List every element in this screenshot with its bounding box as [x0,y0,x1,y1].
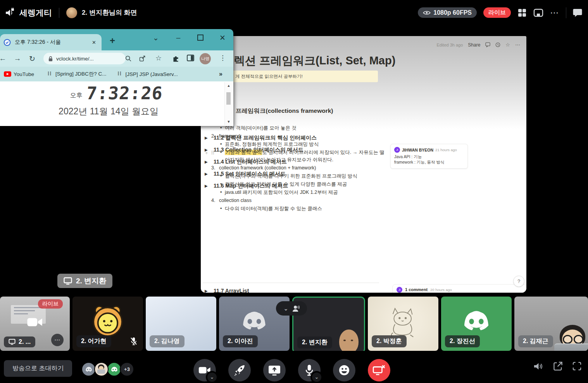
search-icon[interactable] [125,55,132,62]
window-minimize-icon[interactable]: – [173,32,184,43]
bookmark-spring-jdbc[interactable]: ⠸⠇[Spring] JDBC란? C... [46,71,106,78]
grid-layout-icon[interactable] [517,8,527,17]
new-tab-icon[interactable]: + [110,35,115,46]
tistory-favicon-icon: ⠸⠇ [46,72,53,76]
tile-more-icon[interactable]: ⋯ [51,334,64,346]
popout-icon[interactable] [553,361,563,371]
tile-participant[interactable]: 2. 장진선 [441,297,512,351]
favorite-star-icon[interactable]: ☆ [505,42,510,48]
forward-icon[interactable]: → [10,54,25,63]
tile-participant[interactable]: 2. 박정훈 [368,297,438,351]
discord-logo-avatar [461,309,491,332]
toggle-11-6[interactable]: ▶11.6 Map 인터페이스의 메서드 [205,181,383,190]
youtube-icon [4,71,11,77]
tile-name-label: 2. 변지환 [297,336,332,348]
bookmarks-overflow-icon[interactable]: » [219,71,222,78]
divider [566,7,566,18]
tile-name-label: 2. 박정훈 [372,335,407,347]
smiley-icon [338,364,350,376]
list-item: 4.collection class [211,197,388,204]
clock-meridiem: 오후 [70,91,83,102]
list-item: •여러 객체(데이터)를 모아 놓은 것 [211,124,388,132]
back-icon[interactable]: ← [0,54,10,63]
extensions-puzzle-icon[interactable] [172,55,179,62]
toggle-11-3[interactable]: ▶11.3 Collection 인터페이스의 메서드 [205,145,383,154]
toggle-11-7[interactable]: ▶11.7 ArrayList [205,286,249,293]
toggle-11-2[interactable]: ▶11.2 컬렉션 프레임워크의 핵심 인터페이스 [205,133,383,142]
browser-titlebar[interactable]: 오후 7:32:26 - 서울 ✕ + ⌄ – ✕ [0,29,233,50]
reactions-button[interactable] [333,359,355,381]
picture-in-picture-icon[interactable] [533,8,543,17]
collapse-members-pill[interactable]: ⌄ [276,301,307,316]
window-chevron-icon[interactable]: ⌄ [150,32,161,43]
viewer-avatar [107,362,121,376]
chrome-window: 오후 7:32:26 - 서울 ✕ + ⌄ – ✕ ← → ↻ vclock.k… [0,29,233,126]
history-icon[interactable] [495,42,500,47]
browser-tab[interactable]: 오후 7:32:26 - 서울 ✕ [0,34,102,50]
microphone-button[interactable]: ⌄ [298,359,321,381]
page-menu-icon[interactable]: ⋯ [515,42,520,48]
video-camera-icon [26,315,43,329]
lock-icon [48,56,53,62]
scroll-thumb[interactable] [226,92,231,105]
notion-cover-gradient [201,36,526,129]
tile-participant[interactable]: 2. 어가현 [72,297,143,351]
chevron-down-icon: ⌄ [283,305,288,312]
discord-logo-avatar [240,310,268,331]
tile-participant[interactable]: 2. 김나영 [146,297,216,351]
commenter-avatar: Ji [397,287,402,293]
tile-participant[interactable]: 2. 김재근 [514,297,588,351]
bookmark-jsp[interactable]: ⠸⠇[JSP] JSP (JavaServ... [116,71,178,77]
discord-stream-view: 세렝게티 2. 변지환님의 화면 1080p 60FPS 라이브 ⋯ Edite… [0,0,588,383]
scrollbar[interactable]: ▲ ▼ [224,82,233,125]
toggle-11-4[interactable]: ▶11.4 List 인터페이스의 메서드 [205,157,383,166]
scroll-up-icon[interactable]: ▲ [225,84,233,88]
streamer-avatar[interactable] [66,7,77,18]
toggle-11-5[interactable]: ▶11.5 Set 인터페이스의 메서드 [205,169,383,178]
camera-options-chevron-icon[interactable]: ⌄ [206,371,218,383]
screen-share-icon [268,365,281,376]
invite-to-broadcast-button[interactable]: 방송으로 초대하기 [4,360,72,377]
activities-button[interactable] [228,359,251,381]
profile-avatar[interactable]: 나영 [200,53,211,64]
tile-screen-share-preview[interactable]: 라이브 2. ... ⋯ [0,297,70,351]
screen-share-button[interactable] [263,359,286,381]
stream-title: 2. 변지환님의 화면 [82,8,137,17]
share-button[interactable]: Share [468,42,480,48]
more-options-icon[interactable]: ⋯ [550,11,559,15]
stream-quality-badge[interactable]: 1080p 60FPS [418,7,477,18]
share-icon[interactable] [139,55,146,62]
window-close-icon[interactable]: ✕ [217,32,228,43]
comment-text: framework : 기능, 동작 방식 [394,159,467,165]
reload-icon[interactable]: ↻ [25,54,40,63]
mic-options-chevron-icon[interactable]: ⌄ [310,371,323,383]
bookmark-youtube[interactable]: YouTube [4,71,34,77]
camera-button[interactable]: ⌄ [193,359,216,381]
eye-icon [423,10,431,16]
tab-close-icon[interactable]: ✕ [92,40,96,45]
help-button[interactable]: ? [513,276,524,287]
viewer-avatar-stack[interactable]: +3 [81,362,133,376]
channel-name: 세렝게티 [19,7,52,18]
address-bar[interactable]: vclock.kr/time/... [43,53,126,64]
window-maximize-icon[interactable] [195,32,206,43]
commenter-avatar: Ji [394,147,400,153]
stop-stream-icon [372,364,386,376]
browser-toolbar: ← → ↻ vclock.kr/time/... ☆ 나영 ⋮ [0,50,233,67]
stop-streaming-button[interactable] [368,359,390,381]
comment-time: 21 hours ago [435,148,457,152]
side-panel-icon[interactable] [187,55,194,61]
comments-icon[interactable] [485,42,490,47]
fullscreen-icon[interactable] [572,361,582,371]
section-heading: 프레임워크(collections framework) [236,107,333,115]
volume-icon[interactable] [533,362,544,371]
bookmark-star-icon[interactable]: ☆ [151,54,166,62]
live-badge: 라이브 [483,7,511,18]
browser-menu-icon[interactable]: ⋮ [219,54,226,62]
scroll-down-icon[interactable]: ▼ [225,120,233,124]
comment-card[interactable]: Ji JIHWAN BYEON 21 hours ago Java API : … [390,144,468,169]
comment-text: Java API : 기능 [394,154,467,159]
comment-count-bar[interactable]: Ji 1 comment 20 hours ago [392,284,526,293]
chat-icon[interactable] [573,8,583,17]
tile-name-label: 2. ... [4,336,35,347]
